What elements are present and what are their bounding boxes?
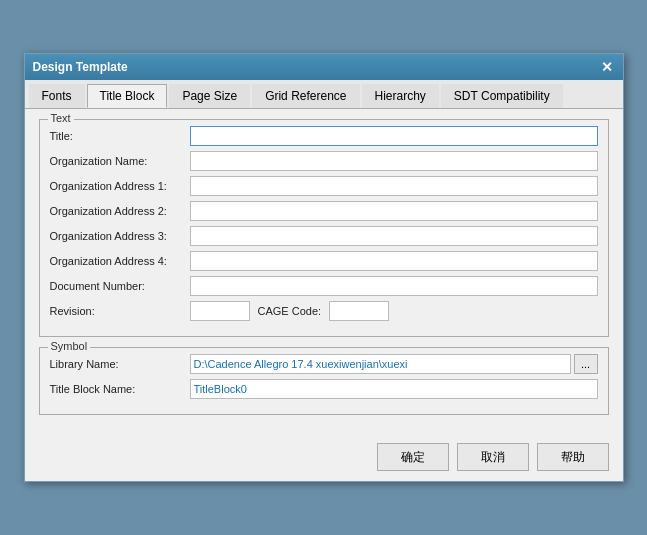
browse-button[interactable]: ...	[574, 354, 598, 374]
org-addr1-input[interactable]	[190, 176, 598, 196]
org-addr3-label: Organization Address 3:	[50, 230, 190, 242]
dialog: Design Template ✕ Fonts Title Block Page…	[24, 53, 624, 482]
revision-label: Revision:	[50, 305, 190, 317]
symbol-group-label: Symbol	[48, 340, 91, 352]
title-input[interactable]	[190, 126, 598, 146]
library-name-row: Library Name: ...	[50, 354, 598, 374]
close-button[interactable]: ✕	[599, 59, 615, 75]
symbol-group: Symbol Library Name: ... Title Block Nam…	[39, 347, 609, 415]
tab-hierarchy[interactable]: Hierarchy	[362, 84, 439, 108]
org-addr1-row: Organization Address 1:	[50, 176, 598, 196]
org-addr4-row: Organization Address 4:	[50, 251, 598, 271]
org-name-input[interactable]	[190, 151, 598, 171]
help-button[interactable]: 帮助	[537, 443, 609, 471]
tab-fonts[interactable]: Fonts	[29, 84, 85, 108]
tab-page-size[interactable]: Page Size	[169, 84, 250, 108]
org-addr1-label: Organization Address 1:	[50, 180, 190, 192]
text-group-label: Text	[48, 112, 74, 124]
tab-sdt-compatibility[interactable]: SDT Compatibility	[441, 84, 563, 108]
title-label: Title:	[50, 130, 190, 142]
org-name-row: Organization Name:	[50, 151, 598, 171]
doc-number-label: Document Number:	[50, 280, 190, 292]
title-row: Title:	[50, 126, 598, 146]
org-addr3-input[interactable]	[190, 226, 598, 246]
org-addr2-label: Organization Address 2:	[50, 205, 190, 217]
doc-number-row: Document Number:	[50, 276, 598, 296]
revision-input[interactable]	[190, 301, 250, 321]
revision-row: Revision: CAGE Code:	[50, 301, 598, 321]
text-group: Text Title: Organization Name: Organizat…	[39, 119, 609, 337]
library-name-input[interactable]	[190, 354, 571, 374]
org-name-label: Organization Name:	[50, 155, 190, 167]
org-addr2-row: Organization Address 2:	[50, 201, 598, 221]
org-addr4-label: Organization Address 4:	[50, 255, 190, 267]
title-block-name-input[interactable]	[190, 379, 598, 399]
cancel-button[interactable]: 取消	[457, 443, 529, 471]
library-name-label: Library Name:	[50, 358, 190, 370]
tab-bar: Fonts Title Block Page Size Grid Referen…	[25, 80, 623, 109]
doc-number-input[interactable]	[190, 276, 598, 296]
cage-code-label: CAGE Code:	[258, 305, 322, 317]
title-block-name-label: Title Block Name:	[50, 383, 190, 395]
dialog-title: Design Template	[33, 60, 128, 74]
org-addr3-row: Organization Address 3:	[50, 226, 598, 246]
title-bar: Design Template ✕	[25, 54, 623, 80]
button-row: 确定 取消 帮助	[25, 435, 623, 481]
org-addr2-input[interactable]	[190, 201, 598, 221]
content-area: Text Title: Organization Name: Organizat…	[25, 109, 623, 435]
tab-title-block[interactable]: Title Block	[87, 84, 168, 108]
tab-grid-reference[interactable]: Grid Reference	[252, 84, 359, 108]
confirm-button[interactable]: 确定	[377, 443, 449, 471]
cage-code-input[interactable]	[329, 301, 389, 321]
title-block-name-row: Title Block Name:	[50, 379, 598, 399]
org-addr4-input[interactable]	[190, 251, 598, 271]
